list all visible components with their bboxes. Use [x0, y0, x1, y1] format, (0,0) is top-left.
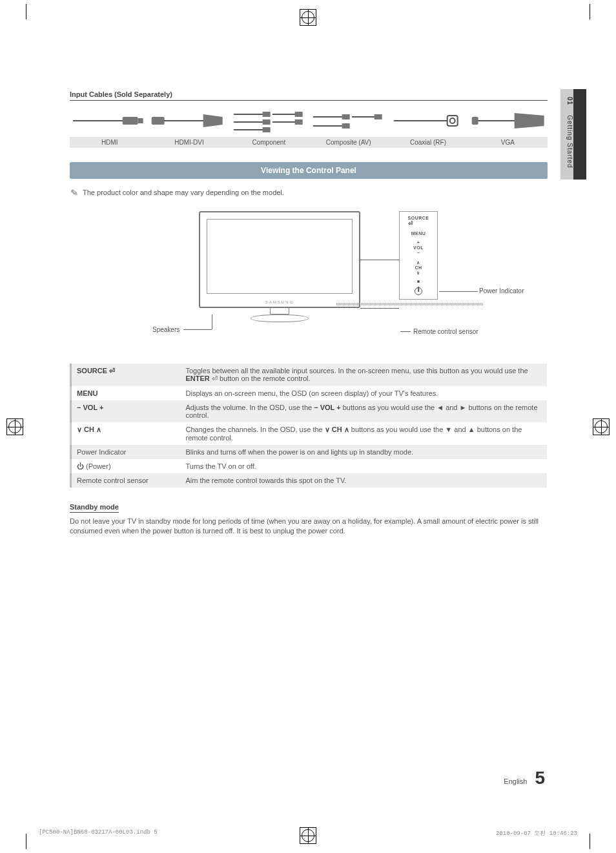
- svg-rect-21: [342, 123, 350, 128]
- tv-logo: SAMSUNG: [265, 300, 294, 304]
- control-name: Power Indicator: [71, 445, 181, 459]
- footer-page-number: 5: [535, 768, 545, 788]
- svg-rect-3: [152, 117, 165, 125]
- cable-label: HDMI-DVI: [149, 137, 229, 148]
- table-row: ∨ CH ∧Changes the channels. In the OSD, …: [71, 422, 547, 445]
- svg-rect-25: [471, 117, 478, 125]
- svg-rect-15: [262, 127, 270, 132]
- cable-vga-icon: [468, 105, 548, 137]
- print-footer-right: 2010-09-07 오전 10:46:23: [496, 829, 577, 838]
- footer-lang: English: [504, 777, 527, 785]
- chapter-label: Getting Started: [566, 115, 573, 168]
- enter-icon: ⏎: [408, 220, 414, 227]
- power-icon: [415, 287, 422, 295]
- panel-vol-label: +VOL−: [413, 240, 424, 256]
- svg-rect-2: [138, 118, 143, 123]
- power-indicator-label: Power Indicator: [479, 287, 524, 294]
- cable-hdmi-icon: [70, 105, 149, 137]
- table-row: ⏻ (Power)Turns the TV on or off.: [71, 459, 547, 473]
- control-name: ⏻ (Power): [71, 459, 181, 473]
- control-name: ∨ CH ∧: [71, 422, 181, 445]
- control-name: MENU: [71, 386, 181, 400]
- tv-diagram: SAMSUNG SOURCE⏎ MENU +VOL− ∧CH∨ Power In…: [70, 211, 548, 340]
- control-desc: Blinks and turns off when the power is o…: [181, 445, 547, 459]
- callout-line: [360, 308, 399, 309]
- section-title: Viewing the Control Panel: [70, 162, 548, 179]
- callout-line: [439, 291, 478, 292]
- cable-coaxial-icon: [388, 105, 467, 137]
- control-desc: Displays an on-screen menu, the OSD (on …: [181, 386, 547, 400]
- speakers-label: Speakers: [152, 326, 180, 333]
- control-desc: Changes the channels. In the OSD, use th…: [181, 422, 547, 445]
- panel-ch-label: ∧CH∨: [415, 260, 422, 276]
- power-indicator-dot: [417, 280, 420, 283]
- cable-hdmi-dvi-icon: [149, 105, 229, 137]
- standby-text: Do not leave your TV in standby mode for…: [70, 517, 548, 536]
- table-row: SOURCE ⏎Toggles between all the availabl…: [71, 364, 547, 386]
- callout-line: [400, 331, 411, 332]
- callout-line: [360, 260, 399, 260]
- panel-menu-label: MENU: [411, 231, 426, 236]
- callout-line: [212, 314, 212, 329]
- table-row: MENUDisplays an on-screen menu, the OSD …: [71, 386, 547, 400]
- control-name: Remote control sensor: [71, 473, 181, 488]
- tv-speaker-grille: [336, 303, 484, 305]
- cables-images-row: [70, 105, 548, 137]
- table-row: Power IndicatorBlinks and turns off when…: [71, 445, 547, 459]
- control-desc: Adjusts the volume. In the OSD, use the …: [181, 400, 547, 422]
- svg-rect-23: [447, 116, 458, 126]
- panel-source-label: SOURCE⏎: [408, 216, 429, 227]
- remote-sensor-label: Remote control sensor: [413, 328, 478, 335]
- page-footer: English 5: [504, 768, 545, 788]
- svg-rect-19: [375, 114, 382, 119]
- cable-component-icon: [229, 105, 309, 137]
- print-footer: [PC500-NA]BN68-03217A-00L03.indb 5 2010-…: [39, 829, 577, 838]
- tv-body: SAMSUNG: [199, 211, 360, 308]
- svg-point-24: [450, 118, 455, 123]
- table-row: Remote control sensorAim the remote cont…: [71, 473, 547, 488]
- svg-rect-11: [262, 119, 270, 125]
- controls-table: SOURCE ⏎Toggles between all the availabl…: [70, 364, 548, 488]
- cable-label: Component: [229, 137, 309, 148]
- control-desc: Turns the TV on or off.: [181, 459, 547, 473]
- note-text: The product color and shape may vary dep…: [83, 189, 284, 196]
- svg-rect-9: [294, 112, 302, 117]
- control-desc: Aim the remote control towards this spot…: [181, 473, 547, 488]
- tv-screen: [207, 219, 353, 294]
- table-row: − VOL +Adjusts the volume. In the OSD, u…: [71, 400, 547, 422]
- print-footer-left: [PC500-NA]BN68-03217A-00L03.indb 5: [39, 829, 158, 838]
- svg-marker-5: [203, 114, 223, 127]
- cable-label: HDMI: [70, 137, 149, 148]
- tv-stand-base: [251, 314, 309, 322]
- cables-labels-row: HDMI HDMI-DVI Component Composite (AV) C…: [70, 137, 548, 148]
- page-content: Input Cables (Sold Separately): [70, 90, 548, 536]
- control-name: SOURCE ⏎: [71, 364, 181, 386]
- cable-label: Coaxial (RF): [388, 137, 467, 148]
- chapter-tab-dark: [573, 89, 586, 180]
- svg-rect-17: [342, 114, 350, 119]
- svg-rect-7: [262, 112, 270, 117]
- svg-rect-13: [294, 119, 302, 125]
- chapter-number: 01: [566, 97, 573, 105]
- tv-stand-neck: [270, 308, 289, 314]
- svg-rect-1: [123, 117, 138, 125]
- callout-line: [183, 329, 212, 330]
- control-name: − VOL +: [71, 400, 181, 422]
- control-desc: Toggles between all the available input …: [181, 364, 547, 386]
- svg-marker-27: [514, 113, 544, 128]
- cable-label: VGA: [468, 137, 548, 148]
- standby-heading: Standby mode: [70, 503, 119, 513]
- cables-header: Input Cables (Sold Separately): [70, 90, 548, 101]
- note-row: ✎ The product color and shape may vary d…: [70, 188, 548, 197]
- note-icon: ✎: [69, 187, 79, 198]
- chapter-tab-text: 01 Getting Started: [560, 97, 573, 169]
- cable-label: Composite (AV): [309, 137, 388, 148]
- cable-composite-icon: [309, 105, 388, 137]
- control-panel: SOURCE⏎ MENU +VOL− ∧CH∨: [399, 211, 438, 300]
